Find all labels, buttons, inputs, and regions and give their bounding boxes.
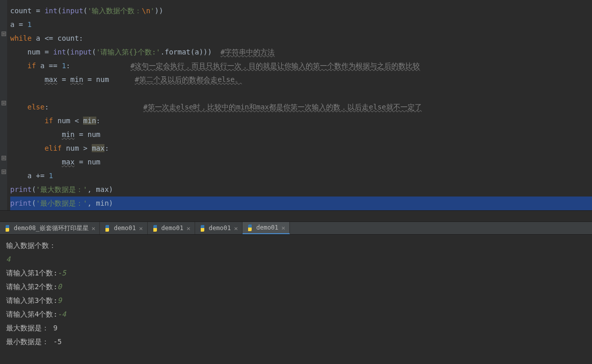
code-line[interactable]: a += 1 — [10, 169, 592, 183]
tab-label: demo01 — [256, 224, 278, 231]
code-line[interactable]: min = num — [10, 128, 592, 142]
console-output[interactable]: 输入数据个数： 4 请输入第1个数:-5 请输入第2个数:0 请输入第3个数:9… — [0, 235, 592, 364]
code-line[interactable]: if a == 1: #这句一定会执行，而且只执行一次，目的就是让你输入的第一个… — [10, 59, 592, 73]
console-line: 请输入第4个数:-4 — [6, 307, 586, 321]
code-line-selected[interactable]: print('最小数据是：', min) — [10, 197, 592, 210]
python-icon — [199, 225, 206, 232]
close-icon[interactable]: × — [281, 224, 285, 232]
code-line[interactable]: while a <= count: — [10, 32, 592, 45]
run-tab-active[interactable]: demo01 × — [243, 222, 290, 234]
editor-gutter: − − − − — [0, 0, 7, 210]
console-line: 最小数据是： -5 — [6, 335, 586, 349]
run-tab[interactable]: demo01 × — [195, 222, 243, 234]
close-icon[interactable]: × — [186, 225, 191, 232]
fold-marker-icon[interactable]: − — [2, 156, 6, 160]
console-line: 请输入第3个数:9 — [6, 294, 586, 307]
console-line: 输入数据个数： — [6, 239, 586, 253]
code-line[interactable]: else: #第一次走else时，比较中的min和max都是你第一次输入的数，以… — [10, 100, 592, 114]
console-line: 请输入第2个数:0 — [6, 280, 586, 294]
code-line[interactable]: num = int(input('请输入第{}个数:'.format(a))) … — [10, 45, 592, 59]
tab-label: demo01 — [162, 225, 183, 232]
run-tab[interactable]: demo08_嵌套循环打印星星 × — [0, 222, 100, 234]
fold-marker-icon[interactable]: − — [2, 101, 6, 105]
tab-label: demo08_嵌套循环打印星星 — [14, 224, 89, 233]
code-line[interactable] — [10, 87, 592, 100]
code-line[interactable]: max = num — [10, 155, 592, 169]
fold-marker-icon[interactable]: − — [2, 32, 6, 36]
close-icon[interactable]: × — [92, 225, 96, 232]
python-icon — [104, 225, 111, 232]
code-editor[interactable]: − − − − count = int(input('输入数据个数：\n')) … — [0, 0, 592, 210]
close-icon[interactable]: × — [139, 225, 143, 232]
tab-label: demo01 — [114, 225, 136, 232]
console-line: 请输入第1个数:-5 — [6, 266, 586, 280]
tab-label: demo01 — [209, 225, 231, 232]
code-line[interactable]: count = int(input('输入数据个数：\n')) — [10, 4, 592, 18]
run-tab[interactable]: demo01 × — [100, 222, 147, 234]
run-tabs-bar: demo08_嵌套循环打印星星 × demo01 × demo01 × demo… — [0, 221, 592, 235]
fold-marker-icon[interactable]: − — [2, 170, 6, 174]
python-icon — [247, 225, 253, 231]
code-line[interactable]: a = 1 — [10, 18, 592, 32]
console-line: 最大数据是： 9 — [6, 321, 586, 335]
code-line[interactable]: max = min = num #第二个及以后的数都会走else。 — [10, 73, 592, 87]
close-icon[interactable]: × — [234, 225, 238, 232]
code-line[interactable]: print('最大数据是：', max) — [10, 183, 592, 197]
run-tab[interactable]: demo01 × — [148, 222, 195, 234]
python-icon — [4, 225, 11, 232]
console-line: 4 — [6, 253, 586, 266]
code-line[interactable]: if num < min: — [10, 114, 592, 128]
pane-divider[interactable] — [0, 210, 592, 221]
code-line[interactable]: elif num > max: — [10, 142, 592, 155]
python-icon — [152, 225, 158, 232]
